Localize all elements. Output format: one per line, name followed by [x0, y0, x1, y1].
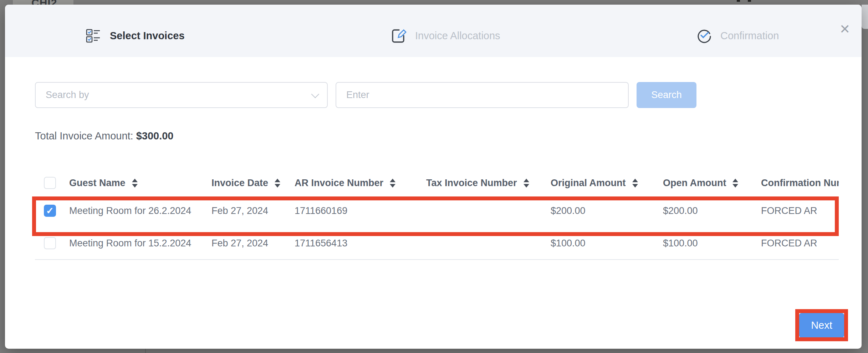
- cell-ar-invoice-number: 1711660169: [295, 205, 426, 216]
- chevron-down-icon: [311, 90, 320, 98]
- column-header-tax-invoice-number: Tax Invoice Number: [426, 178, 551, 189]
- row-checkbox[interactable]: [44, 205, 56, 217]
- edit-icon: [391, 28, 407, 44]
- background-artifact: [748, 0, 751, 2]
- column-header-ar-invoice-number: AR Invoice Number: [295, 178, 426, 189]
- sort-icon[interactable]: [632, 179, 638, 188]
- column-header-confirmation-number: Confirmation Number: [761, 178, 839, 189]
- row-checkbox[interactable]: [44, 237, 56, 249]
- cell-confirmation-number: FORCED AR: [761, 205, 839, 216]
- checklist-icon: [86, 28, 101, 44]
- step-label: Confirmation: [720, 30, 779, 42]
- step-invoice-allocations[interactable]: Invoice Allocations: [391, 25, 500, 46]
- cell-guest-name: Meeting Room for 26.2.2024: [64, 205, 211, 216]
- background-page-divider: [145, 349, 146, 353]
- close-icon[interactable]: ✕: [836, 20, 854, 38]
- invoices-table: Guest Name Invoice Date AR Invoice Numbe…: [35, 172, 839, 260]
- background-page-edge: [862, 5, 868, 29]
- step-label: Invoice Allocations: [415, 30, 500, 42]
- total-invoice-amount: Total Invoice Amount:$300.00: [35, 130, 173, 142]
- cell-invoice-date: Feb 27, 2024: [211, 205, 295, 216]
- search-by-select[interactable]: Search by: [35, 82, 328, 108]
- cell-open-amount: $100.00: [663, 238, 761, 249]
- cell-ar-invoice-number: 1711656413: [295, 238, 426, 249]
- background-page-strip: CHI2: [13, 0, 73, 5]
- step-label: Select Invoices: [110, 30, 185, 42]
- check-circle-icon: [696, 28, 712, 44]
- column-header-original-amount: Original Amount: [551, 178, 663, 189]
- search-by-placeholder: Search by: [46, 89, 89, 101]
- cell-original-amount: $100.00: [551, 238, 663, 249]
- sort-icon[interactable]: [524, 179, 529, 188]
- sort-icon[interactable]: [132, 179, 138, 188]
- table-row[interactable]: Meeting Room for 26.2.2024 Feb 27, 2024 …: [35, 194, 839, 227]
- total-invoice-value: $300.00: [136, 130, 174, 142]
- next-button[interactable]: Next: [799, 313, 844, 338]
- search-controls: Search by Search: [35, 82, 696, 108]
- cell-confirmation-number: FORCED AR: [761, 238, 839, 249]
- table-row[interactable]: Meeting Room for 15.2.2024 Feb 27, 2024 …: [35, 227, 839, 260]
- cell-open-amount: $200.00: [663, 205, 761, 216]
- search-term-input[interactable]: [336, 82, 629, 108]
- table-header-row: Guest Name Invoice Date AR Invoice Numbe…: [35, 172, 839, 194]
- sort-icon[interactable]: [390, 179, 395, 188]
- column-header-open-amount: Open Amount: [663, 178, 761, 189]
- select-all-checkbox[interactable]: [44, 177, 56, 189]
- step-confirmation[interactable]: Confirmation: [696, 25, 779, 46]
- sort-icon[interactable]: [275, 179, 280, 188]
- column-header-invoice-date: Invoice Date: [211, 178, 295, 189]
- step-select-invoices[interactable]: Select Invoices: [86, 25, 185, 46]
- total-invoice-label: Total Invoice Amount:: [35, 130, 133, 142]
- cell-original-amount: $200.00: [551, 205, 663, 216]
- cell-guest-name: Meeting Room for 15.2.2024: [64, 238, 211, 249]
- wizard-step-header: Select Invoices Invoice Allocations Conf…: [5, 5, 862, 57]
- background-artifact: [737, 0, 740, 2]
- column-header-guest-name: Guest Name: [64, 178, 211, 189]
- select-invoices-modal: Select Invoices Invoice Allocations Conf…: [5, 5, 862, 349]
- search-button[interactable]: Search: [637, 82, 696, 108]
- sort-icon[interactable]: [732, 179, 738, 188]
- cell-invoice-date: Feb 27, 2024: [211, 238, 295, 249]
